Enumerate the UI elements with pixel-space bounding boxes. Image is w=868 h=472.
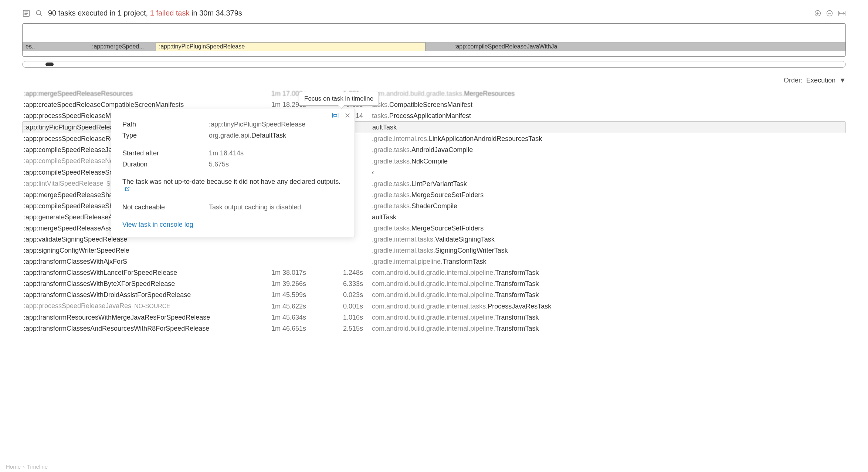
focus-tooltip: Focus on task in timeline xyxy=(299,92,379,106)
order-label: Order: xyxy=(784,77,803,84)
task-class: .gradle.tasks.LintPerVariantTask xyxy=(372,178,846,189)
task-start: 1m 38.017s xyxy=(243,267,306,278)
pop-duration-label: Duration xyxy=(122,159,200,170)
task-class: com.android.build.gradle.internal.pipeli… xyxy=(372,267,846,278)
pop-path-value: :app:tinyPicPluginSpeedRelease xyxy=(209,119,343,130)
task-row[interactable]: :app:transformResourcesWithMergeJavaResF… xyxy=(22,312,846,323)
task-class: .gradle.tasks.NdkCompile xyxy=(372,156,846,167)
timeline-segment[interactable]: :app:mergeSpeed... xyxy=(89,42,163,51)
task-start: 1m 17.008s xyxy=(243,88,306,99)
task-class: com.android.build.gradle.internal.tasks.… xyxy=(372,301,846,312)
task-class: ‹ xyxy=(372,167,846,178)
scrollbar-thumb[interactable] xyxy=(45,63,54,66)
task-class: .gradle.internal.res.LinkApplicationAndr… xyxy=(372,133,846,144)
task-class: com.android.build.gradle.internal.pipeli… xyxy=(372,312,846,323)
task-class: aultTask xyxy=(372,122,845,133)
focus-task-icon[interactable] xyxy=(332,112,339,119)
task-row[interactable]: :app:transformClassesAndResourcesWithR8F… xyxy=(22,323,846,334)
zoom-in-icon[interactable] xyxy=(814,10,821,17)
build-summary: 90 tasks executed in 1 project, 1 failed… xyxy=(48,9,242,17)
task-class: .gradle.internal.pipeline.TransformTask xyxy=(372,256,846,267)
task-class: aultTask xyxy=(372,212,846,223)
task-name: :app:transformClassesWithLancetForSpeedR… xyxy=(24,267,234,278)
fit-width-icon[interactable] xyxy=(838,10,846,17)
search-icon[interactable] xyxy=(35,10,43,17)
console-log-link[interactable]: View task in console log xyxy=(122,221,193,228)
task-detail-popover: Path :app:tinyPicPluginSpeedRelease Type… xyxy=(111,109,355,237)
task-duration: 1.248s xyxy=(315,267,363,278)
breadcrumb: Home›Timeline xyxy=(6,463,48,470)
task-duration: 2.515s xyxy=(315,323,363,334)
task-duration: 0.001s xyxy=(315,301,363,312)
task-name: :app:transformResourcesWithMergeJavaResF… xyxy=(24,312,234,323)
task-class: .gradle.tasks.AndroidJavaCompile xyxy=(372,144,846,155)
task-duration: 1.016s xyxy=(315,312,363,323)
pop-type-value: org.gradle.api.DefaultTask xyxy=(209,130,343,141)
task-row[interactable]: :app:transformClassesWithAjxForS.gradle.… xyxy=(22,256,846,267)
task-name: :app:transformClassesAndResourcesWithR8F… xyxy=(24,323,234,334)
task-start: 1m 45.622s xyxy=(243,301,306,312)
task-name: :app:transformClassesWithByteXForSpeedRe… xyxy=(24,278,234,289)
timeline-segment-selected[interactable]: :app:tinyPicPluginSpeedRelease xyxy=(156,42,425,51)
task-row[interactable]: :app:mergeSpeedReleaseResources1m 17.008… xyxy=(22,88,846,99)
task-duration: 0.023s xyxy=(315,289,363,300)
task-start: 1m 45.599s xyxy=(243,289,306,300)
task-start: 1m 39.266s xyxy=(243,278,306,289)
pop-reason-text: The task was not up-to-date because it d… xyxy=(122,178,340,185)
task-row[interactable]: :app:signingConfigWriterSpeedRele.gradle… xyxy=(22,245,846,256)
task-class: .gradle.internal.tasks.ValidateSigningTa… xyxy=(372,234,846,245)
svg-rect-16 xyxy=(334,115,337,117)
task-name: :app:transformClassesWithAjxForS xyxy=(24,256,234,267)
task-class: com.android.build.gradle.internal.pipeli… xyxy=(372,323,846,334)
task-start: 1m 46.651s xyxy=(243,323,306,334)
list-icon[interactable] xyxy=(22,9,30,17)
task-class: .gradle.tasks.MergeSourceSetFolders xyxy=(372,189,846,200)
timeline-scrollbar[interactable] xyxy=(22,61,846,68)
pop-started-value: 1m 18.414s xyxy=(209,148,343,159)
task-class: com.android.build.gradle.internal.pipeli… xyxy=(372,278,846,289)
task-row[interactable]: :app:transformClassesWithDroidAssistForS… xyxy=(22,289,846,300)
zoom-out-icon[interactable] xyxy=(826,10,833,17)
timeline-segment[interactable]: es... xyxy=(23,42,35,51)
pop-duration-value: 5.675s xyxy=(209,159,343,170)
task-name: :app:signingConfigWriterSpeedRele xyxy=(24,245,234,256)
task-class: .gradle.internal.tasks.SigningConfigWrit… xyxy=(372,245,846,256)
task-class: .gradle.tasks.MergeSourceSetFolders xyxy=(372,223,846,234)
external-link-icon[interactable] xyxy=(125,186,130,193)
task-class: tasks.CompatibleScreensManifest xyxy=(372,99,846,110)
task-name: :app:processSpeedReleaseJavaResNO-SOURCE xyxy=(24,300,234,312)
pop-started-label: Started after xyxy=(122,148,200,159)
summary-bar: 90 tasks executed in 1 project, 1 failed… xyxy=(22,9,846,17)
order-value: Execution xyxy=(806,77,835,84)
task-row[interactable]: :app:processSpeedReleaseJavaResNO-SOURCE… xyxy=(22,300,846,312)
order-selector[interactable]: Order: Execution ▼ xyxy=(22,77,846,84)
pop-cache-label: Not cacheable xyxy=(122,202,200,213)
failed-task-link[interactable]: 1 failed task xyxy=(150,9,190,17)
pop-type-label: Type xyxy=(122,130,200,141)
task-row[interactable]: :app:transformClassesWithLancetForSpeedR… xyxy=(22,267,846,278)
task-start: 1m 45.634s xyxy=(243,312,306,323)
timeline-segment[interactable]: :app:compileSpeedReleaseJavaWithJa xyxy=(451,42,845,51)
svg-line-5 xyxy=(40,14,42,16)
close-icon[interactable] xyxy=(344,112,351,119)
status-badge: NO-SOURCE xyxy=(134,303,170,309)
task-name: :app:transformClassesWithDroidAssistForS… xyxy=(24,289,234,300)
chevron-down-icon: ▼ xyxy=(839,77,846,84)
task-class: com.android.build.gradle.tasks.MergeReso… xyxy=(372,88,846,99)
task-duration: 6.333s xyxy=(315,278,363,289)
svg-point-4 xyxy=(37,10,41,15)
timeline[interactable]: es... :app:mergeSpeed... :app:tinyPicPlu… xyxy=(22,23,846,57)
task-class: tasks.ProcessApplicationManifest xyxy=(372,110,846,121)
pop-path-label: Path xyxy=(122,119,200,130)
task-class: com.android.build.gradle.internal.pipeli… xyxy=(372,289,846,300)
pop-cache-value: Task output caching is disabled. xyxy=(209,202,343,213)
task-row[interactable]: :app:transformClassesWithByteXForSpeedRe… xyxy=(22,278,846,289)
task-name: :app:mergeSpeedReleaseResources xyxy=(24,88,234,99)
task-class: .gradle.tasks.ShaderCompile xyxy=(372,200,846,212)
